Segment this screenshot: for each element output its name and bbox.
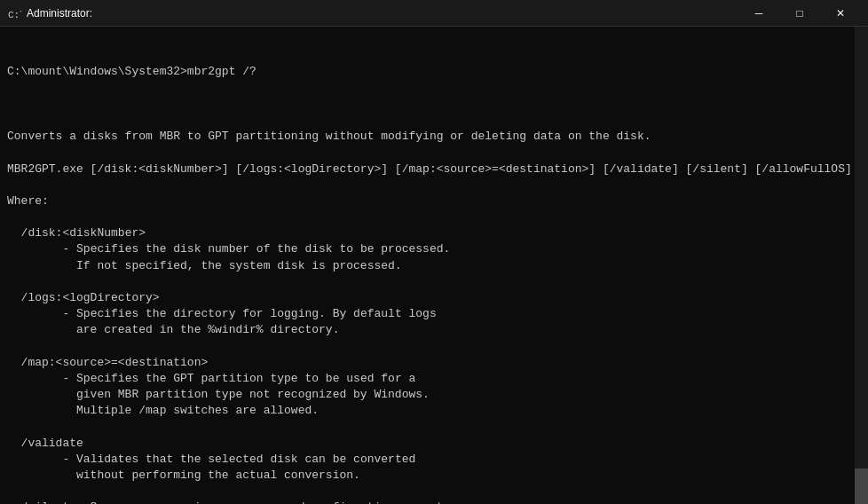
close-button[interactable]: ✕ — [820, 0, 861, 27]
terminal-line — [7, 420, 861, 436]
title-bar-controls: ─ □ ✕ — [738, 0, 861, 27]
terminal-line: given MBR partition type not recognized … — [7, 387, 861, 403]
terminal-line: - Specifies the disk number of the disk … — [7, 241, 861, 257]
terminal-line: - Validates that the selected disk can b… — [7, 452, 861, 468]
terminal-line: /validate — [7, 436, 861, 452]
terminal-line: Multiple /map switches are allowed. — [7, 403, 861, 419]
terminal-line — [7, 113, 861, 129]
maximize-button[interactable]: □ — [779, 0, 820, 27]
terminal-line: without performing the actual conversion… — [7, 468, 861, 484]
terminal-line: /disk:<diskNumber> — [7, 225, 861, 241]
scrollbar-thumb[interactable] — [855, 469, 868, 504]
terminal-line: - Specifies the GPT partition type to be… — [7, 371, 861, 387]
title-bar: C:\ Administrator: ─ □ ✕ — [0, 0, 868, 27]
terminal-line — [7, 209, 861, 225]
terminal-line — [7, 274, 861, 290]
terminal-line: are created in the %windir% directory. — [7, 322, 861, 338]
prompt-line: C:\mount\Windows\System32>mbr2gpt /? — [7, 64, 861, 80]
terminal-output: Converts a disks from MBR to GPT partiti… — [7, 113, 861, 504]
terminal-window[interactable]: C:\mount\Windows\System32>mbr2gpt /? Con… — [0, 27, 868, 504]
terminal-line — [7, 145, 861, 161]
terminal-line: /logs:<logDirectory> — [7, 290, 861, 306]
title-bar-left: C:\ Administrator: — [7, 6, 92, 20]
terminal-line: /silent - Suppresses warning messages an… — [7, 500, 861, 504]
scrollbar[interactable] — [855, 27, 868, 504]
terminal-line: Where: — [7, 193, 861, 209]
terminal-line: MBR2GPT.exe [/disk:<diskNumber>] [/logs:… — [7, 161, 861, 177]
terminal-line — [7, 177, 861, 193]
terminal-line: If not specified, the system disk is pro… — [7, 258, 861, 274]
terminal-line — [7, 484, 861, 500]
title-bar-title: Administrator: — [27, 7, 92, 20]
terminal-line — [7, 339, 861, 355]
svg-text:C:\: C:\ — [8, 10, 21, 20]
minimize-button[interactable]: ─ — [738, 0, 779, 27]
terminal-line: - Specifies the directory for logging. B… — [7, 306, 861, 322]
cmd-icon: C:\ — [7, 6, 21, 20]
terminal-line: Converts a disks from MBR to GPT partiti… — [7, 129, 861, 145]
terminal-line: /map:<source>=<destination> — [7, 355, 861, 371]
